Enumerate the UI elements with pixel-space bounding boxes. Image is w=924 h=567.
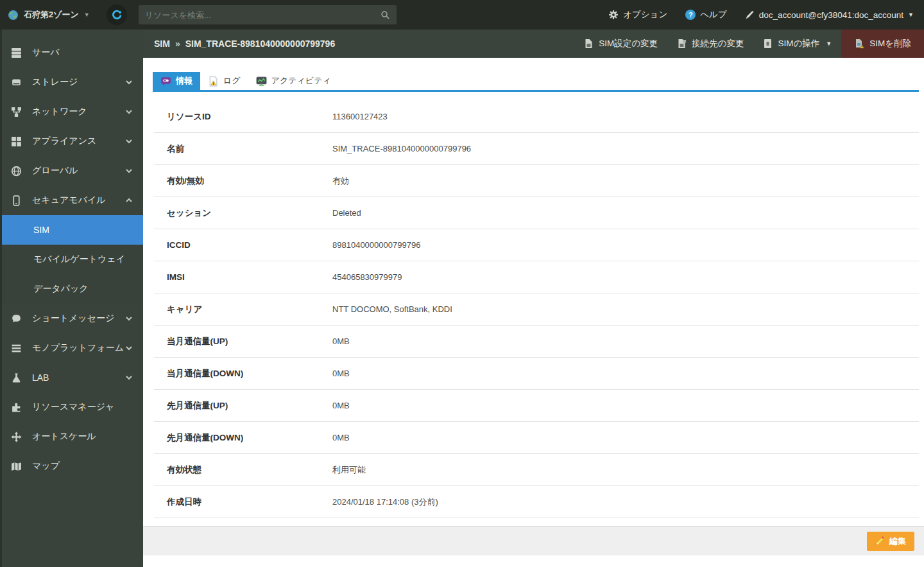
tab-label: ログ — [223, 75, 241, 87]
zone-label: 石狩第2ゾーン — [24, 9, 79, 21]
row-value: 有効 — [332, 175, 349, 187]
breadcrumb-section[interactable]: SIM — [154, 39, 170, 49]
sidebar: サーバ ストレージ ネットワーク アプライアンス — [0, 30, 143, 567]
table-row: 当月通信量(DOWN) 0MB — [154, 358, 919, 390]
tab-label: 情報 — [176, 75, 193, 87]
topbar: 石狩第2ゾーン ▼ — [0, 0, 924, 30]
table-row: 当月通信量(UP) 0MB — [154, 326, 919, 358]
storage-icon — [10, 76, 22, 88]
row-label: IMSI — [154, 272, 332, 282]
table-row: 有効状態 利用可能 — [154, 454, 919, 486]
sidebar-item-storage[interactable]: ストレージ — [0, 67, 143, 97]
pencil-icon — [875, 536, 885, 546]
sidebar-item-resource-manager[interactable]: リソースマネージャ — [0, 392, 143, 422]
sim-delete-button[interactable]: SIMを削除 — [841, 30, 924, 58]
row-value: NTT DOCOMO, SoftBank, KDDI — [332, 304, 452, 314]
sidebar-item-label: ストレージ — [32, 76, 124, 88]
sidebar-subitem-sim[interactable]: SIM — [0, 215, 143, 245]
sidebar-item-label: データパック — [33, 283, 134, 295]
sidebar-item-label: アプライアンス — [32, 135, 124, 147]
help-menu[interactable]: ? ヘルプ — [685, 9, 726, 21]
resource-search — [139, 5, 397, 24]
table-row: リソースID 113600127423 — [154, 101, 919, 133]
row-value: 0MB — [332, 369, 350, 378]
sidebar-item-short-message[interactable]: ショートメッセージ — [0, 304, 143, 333]
main-panel: SIM » SIM_TRACE-8981040000000799796 SIM設… — [143, 30, 924, 567]
sim-connection-icon — [677, 39, 687, 49]
action-label: SIMを削除 — [869, 38, 911, 49]
edit-button[interactable]: 編集 — [867, 532, 914, 551]
tab-log[interactable]: ログ — [200, 72, 248, 90]
account-menu[interactable]: doc_account@cfy38041:doc_account ▼ — [745, 10, 914, 20]
row-value: 2024/01/18 17:14:08 (3分前) — [332, 496, 438, 508]
server-icon — [10, 47, 22, 58]
row-label: 先月通信量(UP) — [154, 400, 332, 412]
tab-label: アクティビティ — [271, 75, 331, 87]
sidebar-item-mono-platform[interactable]: モノプラットフォーム — [0, 333, 143, 363]
sidebar-item-server[interactable]: サーバ — [0, 38, 143, 67]
options-menu[interactable]: オプション — [608, 9, 667, 21]
sidebar-item-label: SIM — [33, 225, 134, 235]
sim-detail-table: リソースID 113600127423 名前 SIM_TRACE-8981040… — [154, 101, 919, 518]
sidebar-item-secure-mobile[interactable]: セキュアモバイル — [0, 186, 143, 215]
sidebar-subitem-data-pack[interactable]: データパック — [0, 274, 143, 304]
row-label: 有効状態 — [154, 464, 332, 476]
breadcrumb-resource-name: SIM_TRACE-8981040000000799796 — [185, 39, 336, 49]
gear-icon — [608, 10, 619, 20]
footer-action-bar: 編集 — [143, 526, 924, 555]
table-row: 名前 SIM_TRACE-8981040000000799796 — [154, 133, 919, 165]
topbar-right: オプション ? ヘルプ doc_account@cfy38041:doc_acc… — [608, 9, 914, 21]
row-label: キャリア — [154, 304, 332, 315]
sim-config-change-button[interactable]: SIM設定の変更 — [574, 30, 667, 58]
log-warning-icon — [208, 76, 219, 87]
chevron-down-icon — [124, 166, 134, 176]
chevron-down-icon — [124, 107, 134, 117]
chevron-up-icon — [124, 195, 134, 205]
row-value: Deleted — [332, 208, 361, 218]
row-label: 当月通信量(DOWN) — [154, 368, 332, 379]
table-row: 有効/無効 有効 — [154, 165, 919, 197]
help-label: ヘルプ — [700, 9, 726, 21]
map-icon — [10, 460, 22, 472]
sidebar-item-map[interactable]: マップ — [0, 451, 143, 481]
header-actions: SIM設定の変更 接続先の変更 SIMの操作 ▼ — [574, 30, 924, 58]
row-label: 当月通信量(UP) — [154, 336, 332, 347]
chevron-down-icon: ▼ — [84, 12, 90, 18]
sidebar-item-appliance[interactable]: アプライアンス — [0, 126, 143, 156]
connection-change-button[interactable]: 接続先の変更 — [667, 30, 753, 58]
row-value: 0MB — [332, 433, 350, 442]
zone-selector[interactable]: 石狩第2ゾーン ▼ — [8, 9, 90, 21]
table-row: ICCID 8981040000000799796 — [154, 229, 919, 261]
search-icon — [381, 10, 390, 20]
sidebar-item-label: モノプラットフォーム — [32, 342, 124, 354]
search-input[interactable] — [145, 10, 381, 20]
tab-activity[interactable]: アクティビティ — [248, 72, 339, 90]
action-label: SIMの操作 — [778, 38, 819, 49]
row-label: リソースID — [154, 111, 332, 123]
edit-label: 編集 — [889, 536, 906, 547]
sidebar-item-network[interactable]: ネットワーク — [0, 97, 143, 126]
tab-bar: 情報 ログ アクティビティ — [153, 72, 919, 92]
sidebar-item-lab[interactable]: LAB — [0, 363, 143, 392]
action-label: SIM設定の変更 — [599, 38, 658, 49]
sidebar-item-label: オートスケール — [32, 431, 134, 442]
sidebar-item-global[interactable]: グローバル — [0, 156, 143, 186]
sidebar-item-autoscale[interactable]: オートスケール — [0, 422, 143, 451]
platform-icon — [10, 342, 22, 354]
row-value: 0MB — [332, 336, 350, 346]
sidebar-item-label: ショートメッセージ — [32, 313, 124, 324]
row-value: 113600127423 — [332, 112, 388, 121]
sidebar-item-label: セキュアモバイル — [32, 195, 124, 206]
sidebar-subitem-mobile-gateway[interactable]: モバイルゲートウェイ — [0, 245, 143, 274]
puzzle-icon — [10, 401, 22, 413]
row-label: 先月通信量(DOWN) — [154, 432, 332, 444]
table-row: 先月通信量(UP) 0MB — [154, 390, 919, 422]
row-value: 利用可能 — [332, 464, 366, 476]
table-row: セッション Deleted — [154, 197, 919, 229]
refresh-button[interactable] — [107, 4, 127, 25]
sidebar-item-label: ネットワーク — [32, 106, 124, 118]
sim-operations-dropdown[interactable]: SIMの操作 ▼ — [753, 30, 841, 58]
table-row: 先月通信量(DOWN) 0MB — [154, 422, 919, 454]
row-label: セッション — [154, 207, 332, 219]
tab-info[interactable]: 情報 — [153, 72, 200, 90]
